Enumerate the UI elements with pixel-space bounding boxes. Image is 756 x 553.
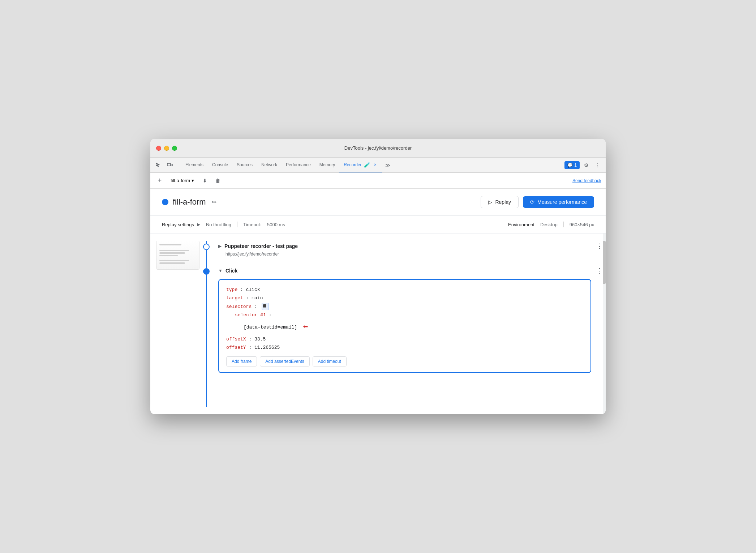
download-recording-icon[interactable]: ⬇ xyxy=(200,176,210,186)
tab-memory[interactable]: Memory xyxy=(315,158,339,172)
recording-header: fill-a-form ✏ ▷ Replay ⟳ Measure perform… xyxy=(150,189,606,216)
toolbar-divider xyxy=(178,161,178,170)
scrollbar-thumb[interactable] xyxy=(603,241,606,284)
code-selector1-value: [data-testid=email] xyxy=(244,325,297,330)
close-button[interactable] xyxy=(156,146,161,151)
recording-status-dot xyxy=(162,199,168,205)
recording-name-label: fill-a-form xyxy=(171,178,190,183)
code-selector1-value-line: [data-testid=email] ⬅ xyxy=(226,320,583,335)
play-icon: ▷ xyxy=(488,199,492,205)
thumb-line xyxy=(159,244,181,245)
measure-performance-button[interactable]: ⟳ Measure performance xyxy=(523,196,594,208)
thumb-line xyxy=(159,262,185,264)
add-recording-button[interactable]: + xyxy=(155,176,165,186)
step-header-navigate: ▶ Puppeteer recorder - test page ⋮ xyxy=(218,241,606,252)
tab-sources[interactable]: Sources xyxy=(232,158,257,172)
timeout-value: 5000 ms xyxy=(267,222,285,227)
throttling-value: No throttling xyxy=(206,222,231,227)
svg-rect-0 xyxy=(167,163,171,166)
add-frame-button[interactable]: Add frame xyxy=(226,356,257,366)
recorder-toolbar: + fill-a-form ▾ ⬇ 🗑 Send feedback xyxy=(150,173,606,189)
delete-recording-icon[interactable]: 🗑 xyxy=(213,176,223,186)
tab-network[interactable]: Network xyxy=(257,158,282,172)
code-offsetx-line: offsetX : 33.5 xyxy=(226,335,583,343)
inspect-element-icon[interactable] xyxy=(153,160,163,170)
thumb-line xyxy=(159,255,178,256)
send-feedback-link[interactable]: Send feedback xyxy=(572,178,601,183)
measure-label: Measure performance xyxy=(537,199,587,205)
tab-performance[interactable]: Performance xyxy=(282,158,315,172)
code-selector1-line: selector #1 : xyxy=(226,311,583,319)
replay-label: Replay xyxy=(495,199,511,205)
thumb-line xyxy=(159,250,189,251)
replay-settings-expand-icon[interactable]: ▶ xyxy=(197,222,200,227)
recording-selector[interactable]: fill-a-form ▾ xyxy=(168,176,197,185)
devtools-window: DevTools - jec.fyi/demo/recorder Element… xyxy=(150,139,606,414)
code-target-value: main xyxy=(252,295,263,301)
maximize-button[interactable] xyxy=(172,146,177,151)
step-header-click: ▼ Click ⋮ xyxy=(218,265,606,276)
code-type-value: click xyxy=(246,287,260,292)
step-toggle-navigate[interactable]: ▶ xyxy=(218,244,222,249)
arrow-indicator-icon: ⬅ xyxy=(303,320,308,335)
environment-label: Environment xyxy=(508,222,534,227)
step-dot-navigate xyxy=(203,244,210,250)
settings-left: Replay settings ▶ No throttling Timeout:… xyxy=(162,222,285,227)
scrollbar-track xyxy=(603,233,606,414)
traffic-lights xyxy=(156,146,177,151)
timeout-label: Timeout: xyxy=(243,222,261,227)
recording-title: fill-a-form ✏ xyxy=(162,197,218,207)
resolution-value: 960×546 px xyxy=(570,222,594,227)
more-tabs-icon[interactable]: ≫ xyxy=(382,158,394,172)
code-selectors-line: selectors : xyxy=(226,303,583,311)
selector-icon[interactable] xyxy=(262,303,269,310)
code-selector1-key: selector #1 xyxy=(235,312,266,318)
settings-bar: Replay settings ▶ No throttling Timeout:… xyxy=(150,216,606,233)
code-target-colon: : xyxy=(246,295,252,301)
env-divider xyxy=(563,222,564,227)
code-type-colon: : xyxy=(240,287,246,292)
settings-right: Environment Desktop 960×546 px xyxy=(508,222,594,227)
device-toggle-icon[interactable] xyxy=(165,160,175,170)
timeline-area: ▶ Puppeteer recorder - test page ⋮ https… xyxy=(201,241,606,407)
code-type-key: type xyxy=(226,287,237,292)
step-dot-click xyxy=(203,268,210,275)
chat-icon: 💬 xyxy=(567,163,573,168)
recorder-tab-icon: 🧪 xyxy=(364,162,370,168)
code-target-line: target : main xyxy=(226,294,583,302)
window-title: DevTools - jec.fyi/demo/recorder xyxy=(344,145,412,151)
step-click: ▼ Click ⋮ type : click target : main xyxy=(201,265,606,373)
settings-icon[interactable]: ⚙ xyxy=(581,160,591,170)
code-selector1-colon: : xyxy=(269,312,272,318)
replay-button[interactable]: ▷ Replay xyxy=(481,196,519,208)
title-bar: DevTools - jec.fyi/demo/recorder xyxy=(150,139,606,158)
settings-divider xyxy=(237,222,237,227)
thumb-line xyxy=(159,252,185,254)
tab-console[interactable]: Console xyxy=(208,158,232,172)
performance-icon: ⟳ xyxy=(530,199,534,205)
code-target-key: target xyxy=(226,295,243,301)
replay-settings-label[interactable]: Replay settings xyxy=(162,222,194,227)
step-toggle-click[interactable]: ▼ xyxy=(218,268,223,273)
dropdown-icon: ▾ xyxy=(192,178,194,183)
tab-list: Elements Console Sources Network Perform… xyxy=(181,158,394,172)
recorder-tab-label: Recorder xyxy=(344,162,361,167)
edit-recording-name-icon[interactable]: ✏ xyxy=(210,197,218,207)
tab-recorder[interactable]: Recorder 🧪 ✕ xyxy=(339,158,382,172)
tab-elements[interactable]: Elements xyxy=(181,158,208,172)
code-offsety-line: offsetY : 11.265625 xyxy=(226,343,583,352)
minimize-button[interactable] xyxy=(164,146,169,151)
tab-close-icon[interactable]: ✕ xyxy=(372,162,378,168)
environment-value: Desktop xyxy=(540,222,558,227)
code-offsetx-colon: : xyxy=(249,336,254,342)
steps-area: ▶ Puppeteer recorder - test page ⋮ https… xyxy=(150,233,606,414)
add-asserted-events-button[interactable]: Add assertedEvents xyxy=(260,356,309,366)
notification-button[interactable]: 💬 1 xyxy=(564,161,580,169)
add-timeout-button[interactable]: Add timeout xyxy=(313,356,347,366)
code-selectors-colon: : xyxy=(254,304,257,309)
devtools-tab-bar: Elements Console Sources Network Perform… xyxy=(150,158,606,173)
more-options-icon[interactable]: ⋮ xyxy=(593,160,603,170)
step-navigate: ▶ Puppeteer recorder - test page ⋮ https… xyxy=(201,241,606,257)
code-offsetx-key: offsetX xyxy=(226,336,246,342)
code-offsety-value: 11.265625 xyxy=(254,345,280,350)
